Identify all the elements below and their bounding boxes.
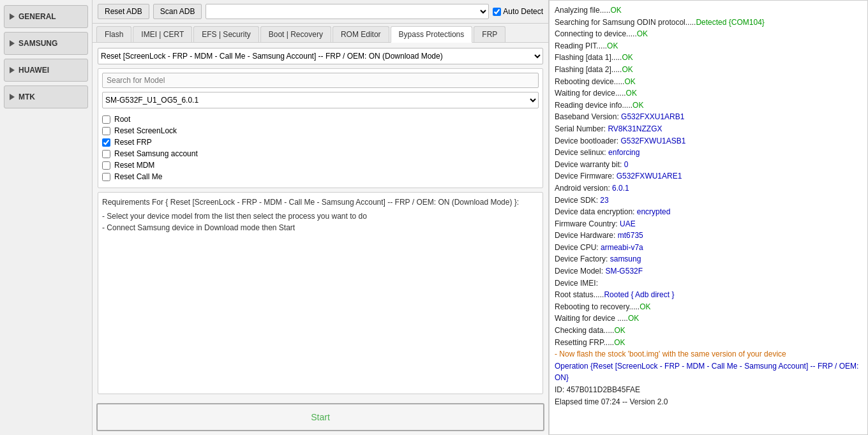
log-segment: Resetting FRP..... [555,338,614,347]
tab-rom-editor[interactable]: ROM Editor [333,26,389,42]
tab-flash[interactable]: Flash [96,26,131,42]
model-select[interactable]: SM-G532F_U1_OG5_6.0.1 [102,92,539,108]
tab-efs---security[interactable]: EFS | Security [193,26,258,42]
log-line: Reading device info.....OK [555,100,862,112]
log-segment: OK [632,101,643,110]
log-segment: Device Factory: [555,254,610,263]
log-segment: UAE [620,219,636,228]
tab-imei---cert[interactable]: IMEI | CERT [133,26,192,42]
log-segment: Device Hardware: [555,231,618,240]
checkbox-item-reset-frp: Reset FRP [102,138,539,147]
checkbox-label-root: Root [114,115,130,124]
log-line: Firmware Country: UAE [555,218,862,230]
log-line: Flashing [data 2].....OK [555,64,862,76]
log-line: Device bootloader: G532FXWU1ASB1 [555,135,862,147]
log-line: Resetting FRP.....OK [555,337,862,349]
checkbox-reset-samsung-account[interactable] [102,150,110,158]
sidebar-item-mtk[interactable]: MTK [4,85,88,108]
mode-dropdown[interactable]: Reset [ScreenLock - FRP - MDM - Call Me … [98,48,543,64]
sidebar-item-label: GENERAL [19,12,56,21]
sidebar-item-samsung[interactable]: SAMSUNG [4,32,88,55]
log-line: Elapsed time 07:24 -- Version 2.0 [555,396,862,408]
log-line: - Now flash the stock 'boot.img' with th… [555,348,862,360]
log-segment: OK [610,6,621,15]
log-line: Device warranty bit: 0 [555,159,862,171]
checkbox-item-root: Root [102,115,539,124]
log-line: Analyzing file.....OK [555,4,862,17]
requirements-line: - Select your device model from the list… [102,210,539,222]
log-segment: Searching for Samsung ODIN protocol..... [555,18,696,27]
log-segment: Analyzing file..... [555,6,610,15]
log-segment: Flashing [data 2]..... [555,65,622,74]
log-line: Rebooting to recovery.....OK [555,301,862,313]
model-search-input[interactable] [102,73,539,88]
checkbox-root[interactable] [102,115,110,124]
checkbox-reset-frp[interactable] [102,138,110,147]
triangle-icon [10,40,15,47]
sidebar-item-general[interactable]: GENERAL [4,5,88,28]
log-line: Device Firmware: G532FXWU1ARE1 [555,170,862,182]
log-segment: mt6735 [618,231,643,240]
sidebar-item-huawei[interactable]: HUAWEI [4,59,88,82]
log-segment: Device data encryption: [555,207,637,216]
log-line: ID: 457B011D2BB45FAE [555,384,862,396]
bypass-content: Reset [ScreenLock - FRP - MDM - Call Me … [93,43,548,399]
triangle-icon [10,67,15,73]
triangle-icon [10,94,15,100]
top-bar: Reset ADB Scan ADB Auto Detect [93,0,548,24]
log-segment: Device SDK: [555,196,600,205]
auto-detect-checkbox[interactable] [493,8,501,16]
log-line: Serial Number: RV8K31NZZGX [555,123,862,135]
log-segment: Operation {Reset [ScreenLock - FRP - MDM… [555,362,858,383]
start-button[interactable]: Start [96,403,544,431]
log-segment: 23 [600,196,608,205]
auto-detect-label: Auto Detect [503,7,543,16]
scan-adb-button[interactable]: Scan ADB [153,4,202,19]
log-segment: Rooted { Adb direct } [604,290,674,299]
reset-adb-button[interactable]: Reset ADB [98,4,149,19]
checkbox-group: RootReset ScreenLockReset FRPReset Samsu… [102,112,539,184]
log-line: Connecting to device.....OK [555,28,862,40]
log-segment: samsung [610,254,641,263]
log-segment: G532FXXU1ARB1 [621,112,684,121]
adb-combo [206,4,489,19]
log-line: Device IMEI: [555,277,862,290]
tab-bypass-protections[interactable]: Bypass Protections [391,26,473,43]
log-line: Android version: 6.0.1 [555,182,862,195]
log-line: Device Factory: samsung [555,253,862,265]
log-segment: OK [622,65,632,74]
adb-select[interactable] [206,4,489,19]
log-segment: 6.0.1 [612,184,629,193]
log-segment: armeabi-v7a [601,243,643,252]
log-segment: Device selinux: [555,148,608,157]
auto-detect-wrap: Auto Detect [493,7,543,16]
log-line: Device Model: SM-G532F [555,265,862,277]
tab-frp[interactable]: FRP [474,26,505,42]
log-segment: Connecting to device..... [555,29,637,38]
log-line: Device Hardware: mt6735 [555,230,862,242]
log-segment: Checking data..... [555,326,614,335]
log-segment: Baseband Version: [555,112,621,121]
checkbox-reset-call-me[interactable] [102,173,110,181]
sidebar-item-label: MTK [19,92,35,101]
checkbox-label-reset-call-me: Reset Call Me [114,172,162,181]
log-line: Device CPU: armeabi-v7a [555,242,862,254]
log-line: Device SDK: 23 [555,195,862,207]
log-segment: Rebooting device..... [555,77,624,86]
log-segment: - Now flash the stock 'boot.img' with th… [555,350,786,358]
tab-boot---recovery[interactable]: Boot | Recovery [260,26,331,42]
checkbox-label-reset-frp: Reset FRP [114,138,152,147]
checkbox-item-reset-samsung-account: Reset Samsung account [102,149,539,158]
log-segment: G532FXWU1ASB1 [620,136,685,145]
log-segment: Reading PIT..... [555,41,607,50]
checkbox-reset-mdm[interactable] [102,161,110,170]
log-segment: Android version: [555,184,612,193]
log-line: Device selinux: enforcing [555,147,862,159]
log-segment: RV8K31NZZGX [608,124,662,133]
log-segment: OK [637,29,648,38]
log-panel: Analyzing file.....OKSearching for Samsu… [549,0,868,435]
checkbox-item-reset-screenlock: Reset ScreenLock [102,126,539,135]
checkbox-reset-screenlock[interactable] [102,127,110,135]
log-segment: Device Model: [555,267,605,276]
log-line: Reading PIT.....OK [555,40,862,52]
